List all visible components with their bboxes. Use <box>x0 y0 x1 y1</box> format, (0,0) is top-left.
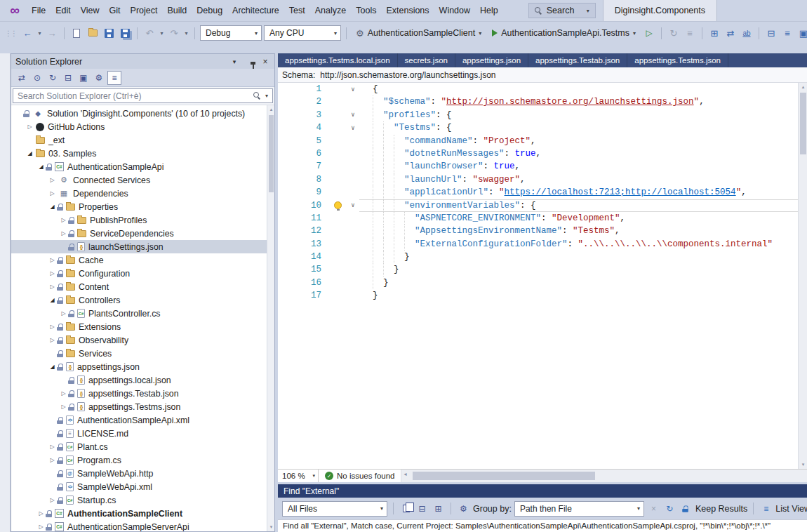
tree-item-samplewebapi-xml[interactable]: SampleWebApi.xml <box>11 480 274 493</box>
tree-item-plantscontroller-cs[interactable]: ▷PlantsController.cs <box>11 307 274 320</box>
expander-icon[interactable]: ▷ <box>59 390 68 397</box>
code-editor[interactable]: 1∨{2"$schema": "http://json.schemastore.… <box>278 83 807 469</box>
scrollbar-thumb[interactable] <box>413 472 595 480</box>
find-in-files-icon[interactable]: ⊞ <box>707 25 721 41</box>
collapse-all-icon[interactable]: ⊟ <box>61 71 75 85</box>
code-line-10[interactable]: 10∨"environmentVariables": { <box>278 199 807 212</box>
fold-region-icon[interactable]: ∨ <box>347 83 359 95</box>
schema-combo[interactable]: http://json.schemastore.org/launchsettin… <box>320 70 495 80</box>
navigate-backward-icon[interactable]: ← <box>20 25 34 41</box>
refresh-search-icon[interactable]: ↻ <box>663 502 676 515</box>
outline-icon[interactable]: ▣ <box>796 25 807 41</box>
code-line-4[interactable]: 4∨"Testms": { <box>278 121 807 134</box>
tree-item-03-samples[interactable]: ◢03. Samples <box>11 147 274 160</box>
tree-item-dependencies[interactable]: ▷Dependencies <box>11 187 274 200</box>
tree-item-authenticationsampleserverapi[interactable]: ▷AuthenticationSampleServerApi <box>11 520 274 531</box>
expander-icon[interactable]: ▷ <box>36 510 46 517</box>
editor-vertical-scrollbar[interactable]: ▴ ▾ <box>798 83 807 469</box>
scroll-down-icon[interactable]: ▾ <box>799 462 807 467</box>
indent-icon[interactable]: ⊟ <box>764 25 778 41</box>
refresh-icon[interactable]: ↻ <box>46 71 60 85</box>
find-scope-combo[interactable]: All Files▾ <box>282 501 387 517</box>
hot-reload-icon[interactable]: ↻ <box>667 25 681 41</box>
menu-item-test[interactable]: Test <box>284 0 310 21</box>
menu-item-edit[interactable]: Edit <box>51 0 76 21</box>
expander-icon[interactable]: ▷ <box>48 444 57 450</box>
navigate-forward-icon[interactable]: → <box>45 25 59 41</box>
tree-item-samplewebapi-http[interactable]: SampleWebApi.http <box>11 467 274 480</box>
expander-icon[interactable]: ▷ <box>48 324 57 330</box>
find-results-header[interactable]: Find "External" <box>278 484 807 498</box>
tree-item-content[interactable]: ▷Content <box>11 280 274 293</box>
code-line-17[interactable]: 17} <box>278 289 807 302</box>
open-results-in-new-window-icon[interactable] <box>399 502 413 515</box>
expander-icon[interactable]: ◢ <box>48 204 57 210</box>
group-by-combo[interactable]: Path then File▾ <box>514 501 644 517</box>
tree-item-cache[interactable]: ▷Cache <box>11 253 274 267</box>
menu-item-tools[interactable]: Tools <box>351 0 381 21</box>
expander-icon[interactable]: ▷ <box>59 404 68 410</box>
navigate-backward-dropdown-icon[interactable]: ▾ <box>36 25 43 41</box>
menu-item-debug[interactable]: Debug <box>192 0 227 21</box>
menu-item-build[interactable]: Build <box>162 0 192 21</box>
solution-name-tab[interactable]: Diginsight.Components <box>603 0 717 21</box>
tree-item-configuration[interactable]: ▷Configuration <box>11 267 274 280</box>
start-without-debugging-icon[interactable]: ▷ <box>642 25 656 41</box>
redo-dropdown-icon[interactable]: ▾ <box>183 25 189 41</box>
code-line-3[interactable]: 3∨"profiles": { <box>278 109 807 121</box>
tree-item-plant-cs[interactable]: ▷Plant.cs <box>11 440 274 453</box>
editor-horizontal-scrollbar[interactable]: ◂ <box>401 470 807 482</box>
expander-icon[interactable]: ▷ <box>25 124 34 130</box>
expander-icon[interactable]: ▷ <box>48 457 57 463</box>
expander-icon[interactable]: ▷ <box>48 190 57 197</box>
filter-settings-icon[interactable]: ⚙ <box>457 502 470 515</box>
menu-item-file[interactable]: File <box>27 0 51 21</box>
code-line-16[interactable]: 16} <box>278 277 807 289</box>
expander-icon[interactable]: ◢ <box>48 364 57 370</box>
document-tab-appsettings-json[interactable]: appsettings.json <box>455 53 528 67</box>
scrollbar-thumb[interactable] <box>800 93 806 154</box>
pending-changes-filter-icon[interactable]: ⊙ <box>30 71 44 85</box>
expander-icon[interactable]: ▷ <box>59 230 68 237</box>
expand-results-icon[interactable]: ⊞ <box>432 502 445 515</box>
tree-item-properties[interactable]: ◢Properties <box>11 200 274 213</box>
code-line-6[interactable]: 6"dotnetRunMessages": true, <box>278 147 807 160</box>
zoom-combo[interactable]: 106 % ▾ <box>278 470 319 482</box>
scrollbar-thumb[interactable] <box>269 115 274 192</box>
tree-item-authenticationsampleapi-xml[interactable]: AuthenticationSampleApi.xml <box>11 413 274 427</box>
chevron-down-icon[interactable]: ▾ <box>587 8 589 14</box>
compare-files-icon[interactable]: ⇄ <box>723 25 738 41</box>
tree-item-services[interactable]: Services <box>11 347 274 360</box>
document-tab-appsettings-testms-json[interactable]: appsettings.Testms.json <box>627 53 728 67</box>
tree-item-launchsettings-json[interactable]: launchSettings.json <box>11 240 274 253</box>
close-icon[interactable]: × <box>260 57 270 67</box>
line-numbers-icon[interactable]: ≡ <box>780 25 794 41</box>
code-line-14[interactable]: 14} <box>278 251 807 263</box>
tree-item-connected-services[interactable]: ▷Connected Services <box>11 173 274 187</box>
document-tab-appsettings-testms-local-json[interactable]: appsettings.Testms.local.json <box>278 53 398 67</box>
undo-icon[interactable]: ↶ <box>142 25 156 41</box>
tree-item-servicedependencies[interactable]: ▷ServiceDependencies <box>11 227 274 240</box>
tree-item-authenticationsampleapi[interactable]: ◢AuthenticationSampleApi <box>11 160 274 173</box>
expander-icon[interactable]: ◢ <box>36 164 46 170</box>
menu-item-analyze[interactable]: Analyze <box>310 0 351 21</box>
expander-icon[interactable]: ◢ <box>48 297 57 303</box>
expander-icon[interactable]: ▷ <box>48 337 57 343</box>
code-line-8[interactable]: 8"launchUrl": "swagger", <box>278 173 807 186</box>
expander-icon[interactable]: ▷ <box>36 524 46 530</box>
quick-actions-lightbulb-icon[interactable] <box>334 201 342 209</box>
tree-item-extensions[interactable]: ▷Extensions <box>11 320 274 333</box>
document-tab-secrets-json[interactable]: secrets.json <box>398 53 455 67</box>
tree-item-startup-cs[interactable]: ▷Startup.cs <box>11 493 274 507</box>
scroll-left-icon[interactable]: ◂ <box>404 471 406 477</box>
clear-results-icon[interactable]: × <box>647 502 660 515</box>
scroll-up-icon[interactable]: ▴ <box>267 107 274 112</box>
menu-item-extensions[interactable]: Extensions <box>381 0 434 21</box>
solution-explorer-scrollbar[interactable]: ▴▾ <box>267 105 274 531</box>
expander-icon[interactable]: ◢ <box>25 150 34 157</box>
code-line-1[interactable]: 1∨{ <box>278 83 807 95</box>
tree-item-appsettings-testms-json[interactable]: ▷appsettings.Testms.json <box>11 400 274 413</box>
solution-platform-combo[interactable]: Any CPU▾ <box>264 25 341 41</box>
expander-icon[interactable]: ▷ <box>59 217 68 223</box>
chevron-down-icon[interactable]: ▾ <box>265 93 268 99</box>
